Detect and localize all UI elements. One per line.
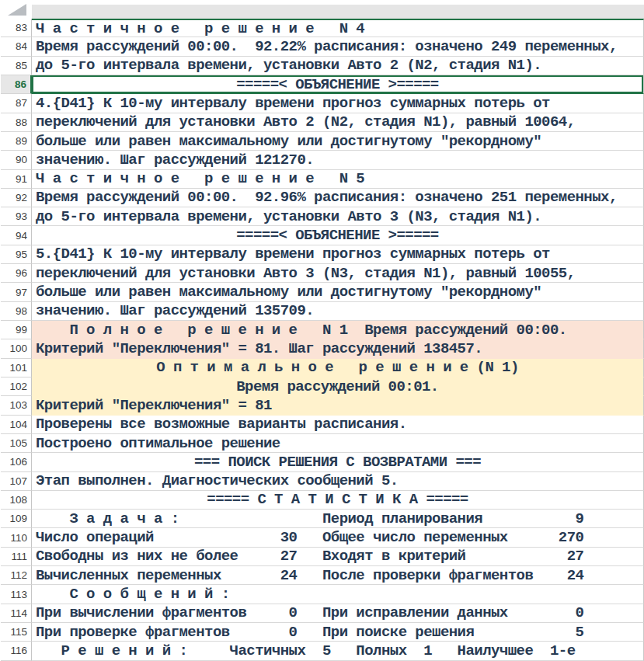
sheet-row: 116 Р е ш е н и й : Частичных 5 Полных 1… <box>1 642 644 660</box>
sheet-row: 104Проверены все возможные варианты расп… <box>1 416 644 434</box>
sheet-row: 83Ч а с т и ч н о е р е ш е н и е N 4 <box>1 19 644 37</box>
cell-text[interactable]: 5.{D41} К 10-му интервалу времени прогно… <box>32 245 644 264</box>
cell-text[interactable]: Время рассуждений 00:00. 92.96% расписан… <box>32 189 644 207</box>
row-number[interactable]: 112 <box>1 566 32 585</box>
row-number[interactable]: 93 <box>1 207 32 226</box>
sheet-row: 100Критерий "Переключения" = 81. Шаг рас… <box>1 339 644 358</box>
row-number[interactable]: 95 <box>1 245 32 264</box>
row-number[interactable]: 94 <box>1 226 32 245</box>
cell-text[interactable]: ===== С Т А Т И С Т И К А ===== <box>32 491 644 510</box>
sheet-row: 106=== ПОИСК РЕШЕНИЯ С ВОЗВРАТАМИ === <box>1 453 644 471</box>
cell-text[interactable]: О п т и м а л ь н о е р е ш е н и е (N 1… <box>32 359 644 377</box>
sheet-row: 109 З а д а ч а : Период планирования 9 <box>1 510 644 528</box>
row-number[interactable]: 83 <box>1 19 32 37</box>
cell-text[interactable]: значению. Шаг рассуждений 121270. <box>32 151 644 169</box>
cell-text[interactable]: Построено оптимальное решение <box>32 434 644 453</box>
cell-text[interactable]: до 5-го интервала времени, установки Авт… <box>32 207 644 226</box>
column-header-band[interactable] <box>32 5 644 19</box>
row-number[interactable]: 102 <box>1 377 32 396</box>
cell-text[interactable]: Число операций 30 Общее число переменных… <box>32 528 644 547</box>
row-number[interactable]: 110 <box>1 528 32 547</box>
sheet-row: 110Число операций 30 Общее число перемен… <box>1 528 644 547</box>
spreadsheet: 83Ч а с т и ч н о е р е ш е н и е N 484В… <box>0 0 644 661</box>
sheet-row: 113 С о о б щ е н и й : <box>1 585 644 604</box>
cell-text[interactable]: больше или равен максимальному или дости… <box>32 283 644 301</box>
row-number[interactable]: 113 <box>1 585 32 604</box>
row-number[interactable]: 92 <box>1 189 32 207</box>
cell-text[interactable]: 4.{D41} К 10-му интервалу времени прогно… <box>32 94 644 113</box>
cell-text[interactable]: При проверке фрагментов 0 При поиске реш… <box>32 623 644 642</box>
sheet-grid: 83Ч а с т и ч н о е р е ш е н и е N 484В… <box>1 19 644 661</box>
cell-text[interactable]: Время рассуждений 00:00. 92.22% расписан… <box>32 37 644 56</box>
row-number[interactable]: 116 <box>1 642 32 660</box>
cell-text[interactable]: Критерий "Переключения" = 81. Шаг рассуж… <box>32 339 644 358</box>
row-number[interactable]: 89 <box>1 132 32 151</box>
row-number[interactable]: 105 <box>1 434 32 453</box>
row-number[interactable]: 86 <box>1 75 32 94</box>
row-number[interactable]: 106 <box>1 453 32 471</box>
cell-text[interactable]: При вычислении фрагментов 0 При исправле… <box>32 604 644 623</box>
row-number[interactable]: 87 <box>1 94 32 113</box>
cell-text[interactable]: значению. Шаг рассуждений 135709. <box>32 302 644 321</box>
sheet-row: 102Время рассуждений 00:01. <box>1 377 644 396</box>
cell-text[interactable]: З а д а ч а : Период планирования 9 <box>32 510 644 528</box>
sheet-row: 955.{D41} К 10-му интервалу времени прог… <box>1 245 644 264</box>
row-number[interactable]: 111 <box>1 548 32 566</box>
sheet-row: 84Время рассуждений 00:00. 92.22% распис… <box>1 37 644 56</box>
cell-text[interactable]: Критерий "Переключения" = 81 <box>32 396 644 415</box>
row-number[interactable]: 104 <box>1 416 32 434</box>
row-number[interactable]: 109 <box>1 510 32 528</box>
sheet-row: 99 П о л н о е р е ш е н и е N 1 Время р… <box>1 321 644 339</box>
cell-text[interactable]: до 5-го интервала времени, установки Авт… <box>32 57 644 75</box>
row-number[interactable]: 98 <box>1 302 32 321</box>
row-number[interactable]: 108 <box>1 491 32 510</box>
cell-text[interactable]: =====< ОБЪЯСНЕНИЕ >===== <box>32 75 644 94</box>
sheet-row: 90значению. Шаг рассуждений 121270. <box>1 151 644 169</box>
sheet-row: 115При проверке фрагментов 0 При поиске … <box>1 623 644 642</box>
cell-text[interactable]: С о о б щ е н и й : <box>32 585 644 604</box>
row-number[interactable]: 88 <box>1 113 32 132</box>
sheet-row: 105Построено оптимальное решение <box>1 434 644 453</box>
sheet-row: 111Свободны из них не более 27 Входят в … <box>1 548 644 566</box>
cell-text[interactable]: Ч а с т и ч н о е р е ш е н и е N 5 <box>32 170 644 189</box>
cell-text[interactable]: Вычисленных переменных 24 После проверки… <box>32 566 644 585</box>
cell-text[interactable]: Свободны из них не более 27 Входят в кри… <box>32 548 644 566</box>
cell-text[interactable]: === ПОИСК РЕШЕНИЯ С ВОЗВРАТАМИ === <box>32 453 644 471</box>
cell-text[interactable]: переключений для установки Авто 3 (N3, с… <box>32 264 644 283</box>
row-number[interactable]: 99 <box>1 321 32 339</box>
sheet-row: 94=====< ОБЪЯСНЕНИЕ >===== <box>1 226 644 245</box>
row-number[interactable]: 114 <box>1 604 32 623</box>
cell-text[interactable]: больше или равен максимальному или дости… <box>32 132 644 151</box>
row-number[interactable]: 85 <box>1 57 32 75</box>
row-number[interactable]: 96 <box>1 264 32 283</box>
cell-text[interactable]: переключений для установки Авто 2 (N2, с… <box>32 113 644 132</box>
sheet-row: 93до 5-го интервала времени, установки А… <box>1 207 644 226</box>
row-number[interactable]: 115 <box>1 623 32 642</box>
row-number[interactable]: 90 <box>1 151 32 169</box>
cell-text[interactable]: П о л н о е р е ш е н и е N 1 Время расс… <box>32 321 644 339</box>
cell-text[interactable]: Р е ш е н и й : Частичных 5 Полных 1 Наи… <box>32 642 644 660</box>
select-all-corner[interactable] <box>1 0 32 19</box>
row-number[interactable]: 103 <box>1 396 32 415</box>
sheet-row: 112Вычисленных переменных 24 После прове… <box>1 566 644 585</box>
row-number[interactable]: 107 <box>1 472 32 491</box>
sheet-row: 88переключений для установки Авто 2 (N2,… <box>1 113 644 132</box>
row-number[interactable]: 97 <box>1 283 32 301</box>
row-number[interactable]: 101 <box>1 359 32 377</box>
sheet-row: 103Критерий "Переключения" = 81 <box>1 396 644 415</box>
sheet-row: 98значению. Шаг рассуждений 135709. <box>1 302 644 321</box>
select-all-triangle-icon <box>8 4 26 16</box>
sheet-row: 114При вычислении фрагментов 0 При испра… <box>1 604 644 623</box>
cell-text[interactable]: Проверены все возможные варианты расписа… <box>32 416 644 434</box>
sheet-row: 91Ч а с т и ч н о е р е ш е н и е N 5 <box>1 170 644 189</box>
sheet-row: 96переключений для установки Авто 3 (N3,… <box>1 264 644 283</box>
cell-text[interactable]: =====< ОБЪЯСНЕНИЕ >===== <box>32 226 644 245</box>
cell-text[interactable]: Время рассуждений 00:01. <box>32 377 644 396</box>
row-number[interactable]: 84 <box>1 37 32 56</box>
row-number[interactable]: 91 <box>1 170 32 189</box>
row-number[interactable]: 100 <box>1 339 32 358</box>
cell-text[interactable]: Этап выполнен. Диагностических сообщений… <box>32 472 644 491</box>
sheet-row: 89больше или равен максимальному или дос… <box>1 132 644 151</box>
sheet-row: 101О п т и м а л ь н о е р е ш е н и е (… <box>1 359 644 377</box>
cell-text[interactable]: Ч а с т и ч н о е р е ш е н и е N 4 <box>32 19 644 37</box>
